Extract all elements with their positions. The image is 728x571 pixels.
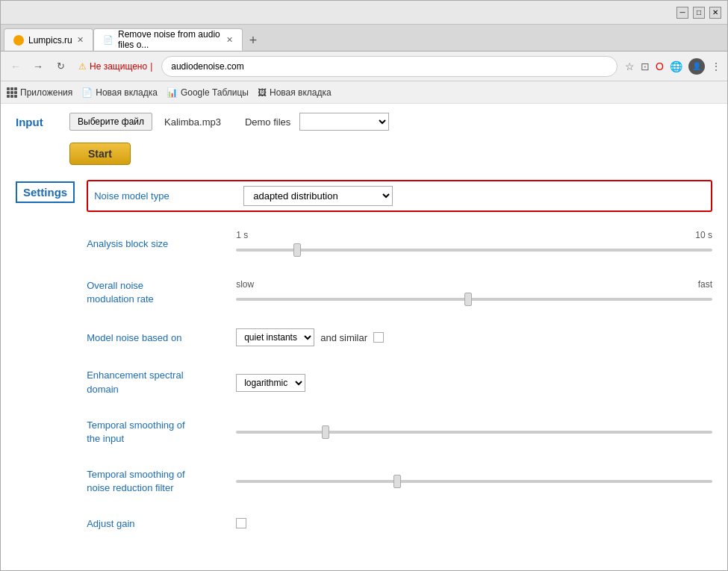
overall-noise-slider-thumb[interactable]: [464, 293, 472, 306]
adjust-gain-control: [236, 518, 712, 528]
model-noise-control: quiet instants all instants and similar: [236, 328, 712, 346]
bookmarks-bar: Приложения 📄 Новая вкладка 📊 Google Табл…: [1, 81, 727, 104]
model-noise-label: Model noise based on: [87, 332, 236, 343]
analysis-min-label: 1 s: [236, 230, 248, 240]
file-name-display: Kalimba.mp3: [164, 116, 221, 128]
new-tab-button[interactable]: +: [243, 30, 264, 51]
bookmark-new-tab-1[interactable]: 📄 Новая вкладка: [81, 87, 158, 98]
overall-noise-label: Overall noisemodulation rate: [87, 279, 236, 306]
analysis-block-label: Analysis block size: [87, 238, 236, 249]
menu-icon[interactable]: ⋮: [711, 60, 721, 72]
model-noise-select[interactable]: quiet instants all instants: [236, 328, 314, 346]
overall-noise-slider-wrap: slow fast: [236, 279, 712, 306]
bookmark-icon[interactable]: ☆: [625, 60, 635, 72]
bookmark-icon-google-sheets: 📊: [167, 87, 178, 98]
tab-close-lumpics[interactable]: ✕: [77, 35, 84, 45]
enhancement-select[interactable]: logarithmic linear: [236, 374, 305, 392]
temporal-input-slider-bg: [236, 431, 712, 434]
input-section: Input Выберите файл Kalimba.mp3 Demo fil…: [16, 113, 712, 131]
setting-row-temporal-input: Temporal smoothing ofthe input: [87, 414, 712, 450]
minimize-button[interactable]: ─: [676, 7, 688, 19]
temporal-input-control: [236, 425, 712, 439]
close-button[interactable]: ✕: [709, 7, 721, 19]
tab-audiodenoise[interactable]: 📄 Remove noise from audio files o... ✕: [93, 28, 243, 51]
maximize-button[interactable]: □: [693, 7, 705, 19]
screenshot-icon[interactable]: ⊡: [641, 60, 650, 72]
setting-row-noise-model: Noise model type adapted distribution ga…: [87, 180, 712, 212]
temporal-filter-slider-thumb[interactable]: [393, 475, 401, 488]
bookmark-new-tab-2[interactable]: 🖼 Новая вкладка: [258, 87, 332, 98]
bookmark-label-google-sheets: Google Таблицы: [181, 87, 249, 98]
temporal-filter-slider-track[interactable]: [236, 475, 712, 488]
analysis-slider-track[interactable]: [236, 243, 712, 257]
demo-files-select[interactable]: [299, 113, 389, 131]
noise-model-label: Noise model type: [94, 190, 243, 202]
analysis-slider-thumb[interactable]: [293, 243, 301, 257]
tab-close-audiodenoise[interactable]: ✕: [226, 35, 233, 45]
overall-noise-slider-labels: slow fast: [236, 279, 712, 293]
security-warning: ⚠ Не защищено |: [74, 61, 157, 72]
globe-icon[interactable]: 🌐: [670, 60, 682, 72]
tab-bar: Lumpics.ru ✕ 📄 Remove noise from audio f…: [1, 25, 727, 52]
setting-row-overall-noise: Overall noisemodulation rate slow fast: [87, 275, 712, 311]
back-button[interactable]: ←: [7, 57, 25, 75]
setting-row-enhancement: Enhancement spectraldomain logarithmic l…: [87, 364, 712, 400]
warning-icon: ⚠: [78, 61, 87, 72]
opera-icon[interactable]: O: [656, 60, 664, 72]
overall-noise-slider-track[interactable]: [236, 293, 712, 306]
separator: |: [150, 61, 152, 72]
adjust-gain-label: Adjust gain: [87, 518, 236, 529]
settings-label-wrapper: Settings: [16, 180, 75, 547]
apps-grid-icon: [7, 87, 17, 98]
setting-row-adjust-gain: Adjust gain: [87, 514, 712, 534]
overall-noise-slider-bg: [236, 298, 712, 301]
temporal-input-slider-wrap: [236, 425, 712, 439]
temporal-input-slider-thumb[interactable]: [322, 425, 329, 439]
settings-section: Settings Noise model type adapted distri…: [16, 180, 712, 547]
bookmark-label-new-tab-1: Новая вкладка: [96, 87, 158, 98]
bookmark-icon-new-tab-1: 📄: [81, 87, 93, 98]
tab-label-lumpics: Lumpics.ru: [28, 35, 72, 46]
reload-button[interactable]: ↻: [52, 57, 69, 75]
temporal-filter-label: Temporal smoothing ofnoise reduction fil…: [87, 468, 236, 495]
temporal-input-label: Temporal smoothing ofthe input: [87, 419, 236, 446]
forward-button[interactable]: →: [29, 57, 47, 75]
start-button[interactable]: Start: [69, 143, 131, 165]
apps-button[interactable]: Приложения: [7, 87, 72, 98]
tab-favicon-lumpics: [13, 35, 24, 46]
tab-label-audiodenoise: Remove noise from audio files o...: [118, 29, 222, 50]
noise-model-control: adapted distribution gaussian exponentia…: [243, 186, 705, 206]
temporal-input-slider-track[interactable]: [236, 425, 712, 439]
analysis-slider-bg: [236, 249, 712, 252]
and-similar-checkbox[interactable]: [373, 332, 384, 343]
enhancement-label: Enhancement spectraldomain: [87, 369, 236, 396]
profile-avatar[interactable]: 👤: [688, 58, 705, 75]
adjust-gain-checkbox[interactable]: [236, 518, 246, 528]
tab-lumpics[interactable]: Lumpics.ru ✕: [4, 28, 93, 51]
bookmark-google-sheets[interactable]: 📊 Google Таблицы: [167, 87, 249, 98]
address-bar: ← → ↻ ⚠ Не защищено | ☆ ⊡ O 🌐 👤 ⋮: [1, 52, 727, 81]
browser-window: ─ □ ✕ Lumpics.ru ✕ 📄 Remove noise from a…: [0, 0, 728, 571]
page-inner: Input Выберите файл Kalimba.mp3 Demo fil…: [1, 104, 727, 570]
setting-row-temporal-filter: Temporal smoothing ofnoise reduction fil…: [87, 464, 712, 499]
settings-label: Settings: [16, 181, 75, 203]
tab-favicon-audiodenoise: 📄: [103, 35, 113, 45]
address-right-icons: ☆ ⊡ O 🌐 👤 ⋮: [625, 58, 721, 75]
bookmark-icon-new-tab-2: 🖼: [258, 87, 267, 98]
analysis-slider-labels: 1 s 10 s: [236, 230, 712, 243]
overall-noise-min-label: slow: [236, 279, 254, 290]
start-section: Start: [69, 143, 712, 165]
noise-model-select[interactable]: adapted distribution gaussian exponentia…: [243, 186, 393, 206]
analysis-block-control: 1 s 10 s: [236, 230, 712, 257]
temporal-filter-control: [236, 475, 712, 488]
temporal-filter-slider-wrap: [236, 475, 712, 488]
input-label: Input: [16, 116, 60, 128]
analysis-max-label: 10 s: [695, 230, 712, 240]
setting-row-model-noise: Model noise based on quiet instants all …: [87, 324, 712, 351]
analysis-slider-wrap: 1 s 10 s: [236, 230, 712, 257]
settings-content: Noise model type adapted distribution ga…: [87, 180, 712, 547]
temporal-filter-slider-bg: [236, 480, 712, 483]
file-chooser-button[interactable]: Выберите файл: [69, 113, 152, 131]
url-input[interactable]: [161, 56, 617, 77]
and-similar-label: and similar: [320, 332, 367, 343]
